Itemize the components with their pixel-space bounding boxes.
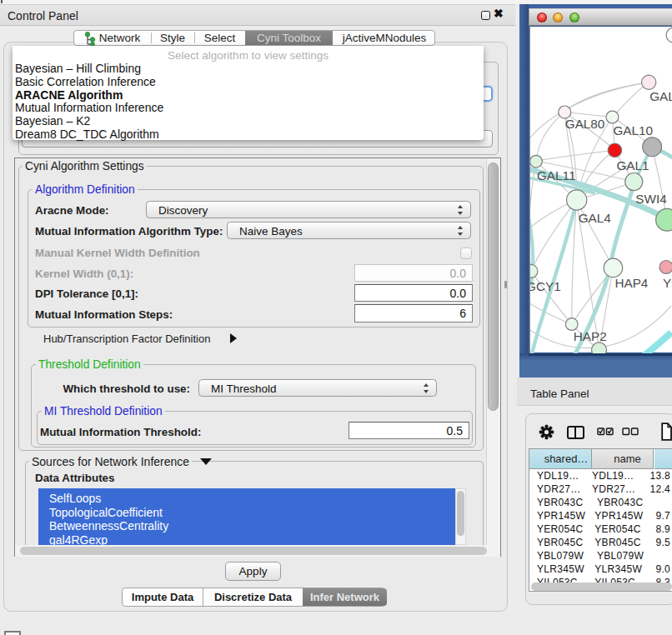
svg-text:HAP2: HAP2 <box>574 329 607 343</box>
svg-text:HAP4: HAP4 <box>614 276 648 290</box>
svg-text:SWI4: SWI4 <box>635 192 667 206</box>
svg-text:GAL4: GAL4 <box>579 211 612 225</box>
svg-text:YBR: YBR <box>663 276 672 290</box>
svg-text:GAL11: GAL11 <box>537 168 576 182</box>
svg-text:GAL1: GAL1 <box>616 158 649 172</box>
svg-text:GAL80: GAL80 <box>565 117 605 131</box>
svg-text:GAL2: GAL2 <box>649 89 672 103</box>
svg-text:GAL10: GAL10 <box>613 123 653 138</box>
svg-text:GCY1: GCY1 <box>529 279 561 293</box>
